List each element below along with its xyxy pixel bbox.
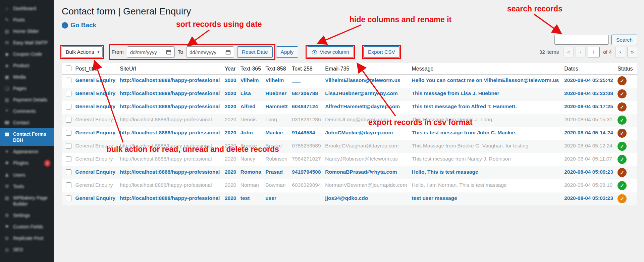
first-page-button[interactable]: « [564,47,574,57]
status-badge-read[interactable]: ✓ [618,116,627,125]
sidebar-item-appearance[interactable]: ✦Appearance [0,146,54,157]
email-link[interactable]: RomonaBPrasad@rhyta.com [325,169,397,175]
prev-page-button[interactable]: ‹ [576,47,586,57]
date-from-input[interactable]: dd/mm/yyyy [127,46,175,58]
table-row: General Enquiryhttp://localhost:8888/hap… [62,179,637,192]
status-badge-read[interactable]: ✓ [618,142,627,151]
row-checkbox[interactable] [66,104,71,110]
sidebar-item-label: Coupon Code [13,51,50,57]
site-url-link[interactable]: http://localhost:8888/happy-professional [120,103,220,109]
row-checkbox[interactable] [66,182,71,188]
go-back-link[interactable]: ← Go Back [62,21,96,29]
sidebar-item-dashboard[interactable]: ⌂Dashboard [0,3,54,14]
next-page-button[interactable]: › [615,47,625,57]
row-checkbox[interactable] [66,130,71,136]
site-url-link[interactable]: http://localhost:8888/happy-professional [120,169,220,175]
date-to-input[interactable]: dd/mm/yyyy [186,46,234,58]
sidebar-item-label: Dashboard [13,5,50,11]
status-badge-unread[interactable]: ✓ [618,129,627,138]
row-checkbox[interactable] [66,78,71,83]
email-link[interactable]: NormanVBowman@jourrapide.com [325,182,407,188]
sidebar-item-replicate-post[interactable]: ⧉Replicate Post [0,232,54,244]
status-badge-read[interactable]: ✓ [618,155,627,164]
site-url-link[interactable]: http://localhost:8888/happy-professional [120,77,220,83]
email-link[interactable]: JohnCMackie@dayrep.com [325,130,393,135]
last-page-button[interactable]: » [627,47,637,57]
sidebar-item-media[interactable]: ▣Media [0,71,54,83]
site-url-link[interactable]: http://localhost:8888/happy-professional [120,143,212,148]
select-all-checkbox[interactable] [66,66,71,71]
row-checkbox[interactable] [66,117,71,123]
status-badge-unread[interactable]: ✓ [618,89,627,98]
row-checkbox[interactable] [66,143,71,149]
reset-date-button[interactable]: Reset Date [237,46,273,58]
export-csv-button[interactable]: Export CSV [363,46,400,58]
site-url-link[interactable]: http://localhost:8888/happy-professional [120,130,220,135]
cell-text-258: 0318231286 [292,117,321,122]
cell-text-258: ___ [292,77,301,83]
sidebar-item-home-slider[interactable]: ▤Home Slider [0,26,54,37]
row-checkbox[interactable] [66,195,71,201]
email-link[interactable]: DennisJLong@dayrep.com [325,117,388,122]
sidebar-item-contact-forms-dbh[interactable]: ▦Contact Forms DBH [0,128,54,146]
dashboard-icon: ⌂ [4,5,10,11]
search-button[interactable]: Search [611,35,637,45]
sidebar-item-wpbakery[interactable]: ▧WPBakery Page Builder [0,192,54,210]
site-url-link[interactable]: http://localhost:8888/happy-professional [120,156,212,162]
sidebar-item-users[interactable]: ♟Users [0,169,54,181]
apply-button[interactable]: Apply [276,46,299,58]
cell-date: 2020-08-04 05:15:31 [564,117,612,122]
sidebar-item-label: Tools [13,183,50,189]
sidebar-item-easy-mail-smtp[interactable]: ✉Easy Mail SMTP [0,37,54,48]
search-input[interactable] [554,35,609,45]
sidebar-item-settings[interactable]: ⚙Settings [0,210,54,221]
cell-text-365: Nancy [240,156,255,162]
sidebar-item-coupon-code[interactable]: ◆Coupon Code [0,48,54,60]
status-badge-unread[interactable]: ✓ [618,194,627,203]
site-url-link[interactable]: http://localhost:8888/happy-professional [120,117,212,122]
site-url-link[interactable]: http://localhost:8888/happy-professional [120,182,212,188]
email-link[interactable]: VilhelmEliasson@teleworm.us [325,77,400,83]
cell-date: 2020-08-04 05:25:42 [564,77,613,83]
view-column-button[interactable]: View column [307,46,354,58]
current-page-input[interactable] [588,47,600,57]
email-link[interactable]: LisaJHuebner@armyspy.com [325,90,397,96]
email-link[interactable]: NancyJRobinson@teleworm.us [325,156,397,162]
view-column-label: View column [320,49,349,55]
status-badge-unread[interactable]: ✓ [618,168,627,177]
sidebar-item-label: Media [13,74,50,80]
sidebar-item-seo[interactable]: ◎SEO [0,244,54,255]
sidebar-item-contact[interactable]: ☎Contact [0,117,54,128]
email-link[interactable]: jjos34@qdko.cdo [325,195,368,201]
row-checkbox[interactable] [66,156,71,162]
status-badge-unread[interactable]: ✓ [618,102,627,112]
cell-text-365: John [240,130,253,135]
table-row: General Enquiryhttp://localhost:8888/hap… [62,75,637,88]
status-badge-read[interactable]: ✓ [618,181,627,190]
site-url-link[interactable]: http://localhost:8888/happy-professional [120,90,220,96]
check-icon: ✓ [620,169,624,176]
check-icon: ✓ [620,78,624,84]
sidebar-item-tools[interactable]: ⚒Tools [0,181,54,192]
cell-date: 2020-08-04 05:12:24 [564,143,612,148]
sidebar-item-comments[interactable]: ❝Comments [0,105,54,117]
status-badge-unread[interactable]: ✓ [618,76,627,85]
cell-text-258: 0785253589 [292,143,321,148]
email-link[interactable]: AlfredTHammett@dayrep.com [325,103,400,109]
sidebar-item-plugins[interactable]: ✚Plugins2 [0,157,54,169]
cell-text-858: Prasad [265,169,283,175]
sidebar-item-product[interactable]: ◈Product [0,60,54,71]
cell-post-title: General Enquiry [75,143,113,148]
sidebar-item-payment-details[interactable]: ▥Payment Details [0,94,54,105]
sidebar-item-posts[interactable]: ✎Posts [0,14,54,26]
check-icon: ✓ [620,143,624,150]
site-url-link[interactable]: http://localhost:8888/happy-professional [120,195,220,201]
email-link[interactable]: BrookeGVaughan@dayrep.com [325,143,398,148]
sidebar-item-custom-fields[interactable]: ⚑Custom Fields [0,221,54,232]
row-checkbox[interactable] [66,91,71,96]
bulk-actions-select[interactable]: Bulk Actions ▾ [62,46,103,58]
row-checkbox[interactable] [66,169,71,175]
cell-post-title: General Enquiry [75,77,116,83]
sidebar-item-pages[interactable]: ❏Pages [0,83,54,94]
check-icon: ✓ [620,195,624,202]
